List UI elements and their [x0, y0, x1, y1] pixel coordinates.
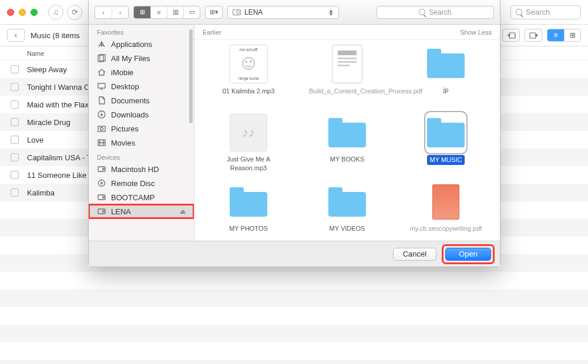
cancel-button[interactable]: Cancel [393, 248, 436, 261]
open-button[interactable]: Open [445, 248, 491, 261]
pdf-file-icon [427, 183, 465, 221]
column-view-button[interactable]: ▥ [167, 6, 183, 18]
dialog-search-input[interactable]: Search [377, 6, 494, 19]
sidebar-item-label: Applications [111, 40, 152, 49]
sidebar-item-label: iMobie [111, 68, 133, 77]
row-checkbox[interactable] [11, 188, 19, 197]
sidebar-item-movies[interactable]: Movies [89, 136, 194, 150]
import-button[interactable] [502, 29, 520, 42]
sidebar-item-bootcamp[interactable]: BOOTCAMP [89, 190, 194, 204]
sidebar-item-imobie[interactable]: iMobie [89, 65, 194, 79]
file-item[interactable]: MY BOOKS [298, 113, 397, 182]
dialog-content: Earlier Show Less mr.scruffninja tuna01 … [194, 25, 500, 241]
file-item[interactable]: jp [397, 43, 495, 113]
sidebar-section-devices: Devices [89, 150, 194, 162]
svg-rect-0 [509, 33, 515, 38]
row-checkbox[interactable] [11, 100, 19, 109]
nav-forward-button[interactable]: › [112, 6, 128, 18]
export-button[interactable] [525, 29, 542, 42]
row-checkbox[interactable] [11, 83, 19, 91]
dialog-footer: Cancel Open [89, 241, 500, 267]
svg-point-16 [103, 211, 105, 213]
window-controls [0, 9, 45, 16]
eject-icon[interactable]: ⏏ [180, 208, 186, 215]
history-nav: ‹ › [95, 6, 129, 19]
svg-rect-4 [98, 83, 105, 88]
svg-point-18 [246, 61, 247, 63]
folder-icon [328, 114, 366, 151]
minimize-window-button[interactable] [19, 9, 26, 16]
sidebar-item-desktop[interactable]: Desktop [89, 79, 194, 93]
section-label: Earlier [203, 29, 221, 36]
disk-icon [233, 9, 241, 15]
folder-icon [427, 114, 465, 151]
sidebar-scrollbar[interactable] [189, 29, 193, 123]
file-label: MY VIDEOS [330, 224, 365, 233]
sidebar-item-remote-disc[interactable]: Remote Disc [89, 176, 194, 190]
coverflow-view-button[interactable]: ▭ [183, 6, 200, 18]
search-placeholder: Search [429, 8, 451, 16]
sidebar-item-pictures[interactable]: Pictures [89, 122, 194, 136]
file-label: MY MUSIC [427, 155, 465, 165]
show-less-button[interactable]: Show Less [460, 29, 492, 36]
sidebar-item-macintosh-hd[interactable]: Macintosh HD [89, 162, 194, 176]
sidebar-item-lena[interactable]: LENA⏏ [89, 204, 194, 218]
svg-rect-21 [338, 58, 357, 59]
sidebar-item-label: All My Files [111, 54, 150, 63]
svg-point-10 [103, 168, 105, 170]
svg-rect-23 [338, 65, 350, 66]
arrange-button[interactable]: ⊞▾ [205, 6, 223, 19]
sidebar-item-documents[interactable]: Documents [89, 93, 194, 107]
disk-icon [97, 207, 106, 215]
file-item[interactable]: MY VIDEOS [298, 182, 397, 241]
column-name[interactable]: Name [27, 50, 44, 57]
file-open-dialog: ‹ › ⊞ ≡ ▥ ▭ ⊞▾ LENA ▲▼ Search Favorites … [88, 0, 500, 267]
file-item[interactable]: my.cb.seocopywriting.pdf [397, 182, 495, 241]
dialog-toolbar: ‹ › ⊞ ≡ ▥ ▭ ⊞▾ LENA ▲▼ Search [89, 0, 500, 25]
file-item[interactable]: Build_a_Content_Creation_Process.pdf [298, 43, 397, 113]
dialog-sidebar: Favorites ApplicationsAll My FilesiMobie… [89, 25, 194, 241]
file-item[interactable]: ♪♪Just Give Me A Reason.mp3 [199, 113, 298, 182]
svg-point-11 [99, 180, 105, 187]
main-search-input[interactable]: Search [510, 5, 581, 19]
folder-icon [427, 45, 465, 82]
svg-point-14 [103, 197, 105, 198]
close-window-button[interactable] [7, 9, 14, 16]
file-item[interactable]: MY MUSIC [397, 113, 495, 182]
file-label: jp [443, 86, 449, 95]
view-mode-segment[interactable]: ≡ ⊞ [547, 29, 581, 42]
folder-icon [328, 183, 366, 221]
sidebar-item-all-my-files[interactable]: All My Files [89, 51, 194, 65]
file-label: MY PHOTOS [229, 224, 268, 233]
search-icon [516, 9, 522, 15]
svg-rect-22 [338, 61, 357, 63]
row-checkbox[interactable] [11, 118, 19, 126]
list-view-button[interactable]: ≡ [547, 29, 564, 41]
sidebar-item-label: Movies [111, 139, 135, 147]
file-item[interactable]: MY PHOTOS [199, 182, 298, 241]
location-label: LENA [244, 8, 263, 16]
row-checkbox[interactable] [11, 171, 19, 179]
sidebar-item-applications[interactable]: Applications [89, 37, 194, 51]
location-popup[interactable]: LENA ▲▼ [227, 6, 339, 19]
icon-view-button[interactable]: ⊞ [134, 6, 150, 18]
list-view-button[interactable]: ≡ [150, 6, 167, 18]
file-grid: mr.scruffninja tuna01 Kalimba 2.mp3Build… [194, 40, 500, 241]
back-button[interactable]: ‹ [7, 29, 25, 42]
file-item[interactable]: mr.scruffninja tuna01 Kalimba 2.mp3 [199, 43, 298, 113]
grid-view-button[interactable]: ⊞ [564, 29, 580, 41]
refresh-icon[interactable]: ⟳ [67, 5, 82, 20]
disk-icon [97, 193, 106, 201]
nav-back-button[interactable]: ‹ [95, 6, 112, 18]
view-mode-segment: ⊞ ≡ ▥ ▭ [133, 6, 200, 19]
zoom-window-button[interactable] [31, 9, 38, 16]
file-label: MY BOOKS [330, 155, 364, 164]
row-checkbox[interactable] [11, 153, 19, 161]
desktop-icon [97, 82, 106, 90]
allfiles-icon [97, 54, 106, 62]
sidebar-item-downloads[interactable]: Downloads [89, 107, 194, 122]
row-checkbox[interactable] [11, 65, 19, 73]
row-checkbox[interactable] [11, 136, 19, 144]
music-note-icon[interactable]: ♫ [48, 5, 63, 20]
svg-rect-20 [338, 50, 357, 55]
